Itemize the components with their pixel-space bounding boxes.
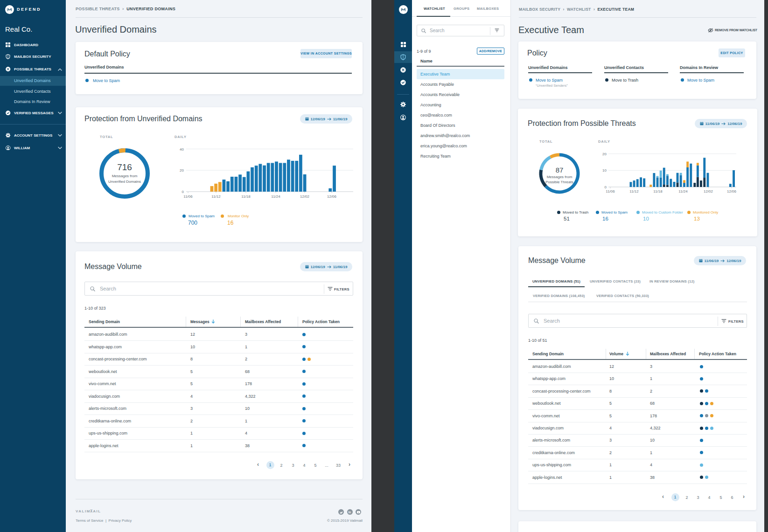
svg-text:11/12: 11/12 [211,194,221,199]
svg-text:20: 20 [180,168,184,173]
svg-text:11/24: 11/24 [271,194,280,199]
svg-text:20: 20 [602,152,607,156]
svg-text:11/18: 11/18 [241,194,251,199]
svg-text:10: 10 [602,168,607,173]
svg-text:12/06: 12/06 [327,194,337,199]
svg-text:12/06: 12/06 [727,189,737,193]
svg-text:11/06: 11/06 [183,194,193,199]
svg-text:0: 0 [182,190,184,194]
svg-text:11/18: 11/18 [653,189,663,193]
svg-text:12/02: 12/02 [704,189,713,193]
svg-text:40: 40 [180,147,184,152]
svg-text:12/02: 12/02 [300,194,310,199]
svg-text:0: 0 [605,185,607,189]
svg-text:11/06: 11/06 [606,189,615,193]
svg-text:11/24: 11/24 [678,189,688,193]
svg-text:11/12: 11/12 [629,189,639,193]
